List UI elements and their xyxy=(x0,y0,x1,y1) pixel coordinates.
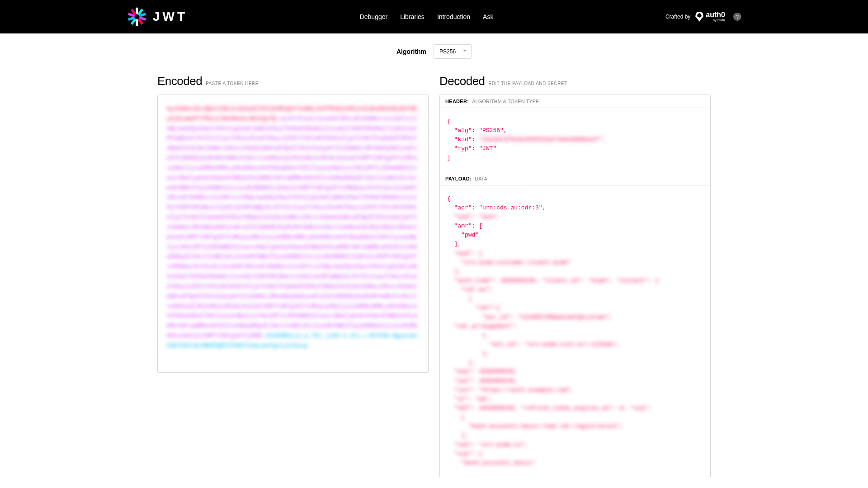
header-section: HEADER: ALGORITHM & TOKEN TYPE { "alg": … xyxy=(439,95,711,172)
auth0-shield-icon xyxy=(695,12,704,22)
jwt-logo-icon xyxy=(127,6,147,27)
nav-debugger[interactable]: Debugger xyxy=(360,13,388,20)
decoded-column: Decoded EDIT THE PAYLOAD AND SECRET HEAD… xyxy=(439,74,711,477)
payload-section-desc: DATA xyxy=(475,176,487,181)
token-payload-segment: eyJhY3IiOiJ1cm46Y2RzLmF1OmNkciIsImFtciI6… xyxy=(167,115,417,339)
nav-ask[interactable]: Ask xyxy=(483,13,493,20)
encoded-token-input[interactable]: eyJhbGciOiJQUzI1NiIsImtpZCI6IjE4MjQ2Yzhm… xyxy=(157,95,429,373)
header-section-label: HEADER: xyxy=(445,99,469,104)
nav-links: Debugger Libraries Introduction Ask xyxy=(360,13,494,20)
logo-area[interactable]: JWT xyxy=(127,6,188,27)
payload-section: PAYLOAD: DATA { "acr": "urn:cds.au:cdr:3… xyxy=(439,172,711,477)
payload-section-label: PAYLOAD: xyxy=(445,176,472,181)
algorithm-select[interactable]: PS256 xyxy=(434,44,472,59)
main-columns: Encoded PASTE A TOKEN HERE eyJhbGciOiJQU… xyxy=(0,66,868,477)
decoded-title: Decoded xyxy=(439,74,485,88)
algorithm-selected: PS256 xyxy=(439,48,456,55)
jwt-wordmark: JWT xyxy=(153,9,188,24)
auth0-byokta: by Okta xyxy=(706,19,725,22)
nav-introduction[interactable]: Introduction xyxy=(437,13,470,20)
header-section-bar: HEADER: ALGORITHM & TOKEN TYPE xyxy=(440,95,710,108)
algorithm-row: Algorithm PS256 xyxy=(0,33,868,66)
nav-libraries[interactable]: Libraries xyxy=(400,13,425,20)
crafted-label: Crafted by xyxy=(665,14,690,20)
crafted-by: Crafted by auth0 by Okta ? xyxy=(665,11,741,22)
header-json-editor[interactable]: { "alg": "PS256", "kid": "18246c8f62de35… xyxy=(440,108,710,172)
encoded-subtitle: PASTE A TOKEN HERE xyxy=(206,81,259,86)
decoded-subtitle: EDIT THE PAYLOAD AND SECRET xyxy=(489,81,567,86)
svg-rect-1 xyxy=(136,19,138,26)
app-header: JWT Debugger Libraries Introduction Ask … xyxy=(0,0,868,33)
algorithm-label: Algorithm xyxy=(396,48,426,55)
help-icon[interactable]: ? xyxy=(733,13,741,21)
payload-json-editor[interactable]: { "acr": "urn:cds.au:cdr:3", "aud": "acm… xyxy=(440,185,710,477)
payload-section-bar: PAYLOAD: DATA xyxy=(440,172,710,185)
header-section-desc: ALGORITHM & TOKEN TYPE xyxy=(472,99,539,104)
encoded-column: Encoded PASTE A TOKEN HERE eyJhbGciOiJQU… xyxy=(157,74,429,477)
auth0-text: auth0 xyxy=(706,11,725,19)
encoded-title: Encoded xyxy=(157,74,202,88)
svg-rect-0 xyxy=(136,8,138,14)
auth0-logo[interactable]: auth0 by Okta xyxy=(695,11,725,22)
